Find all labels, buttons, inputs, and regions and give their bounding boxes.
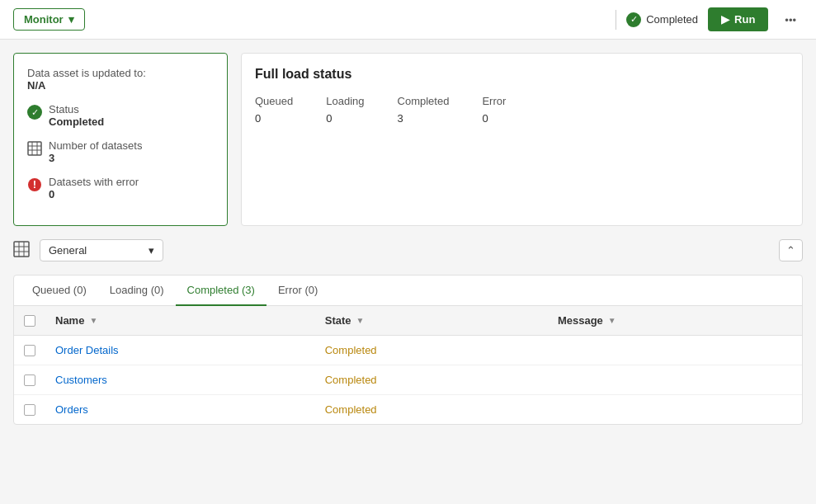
header-checkbox-cell [14, 306, 45, 336]
more-icon: ••• [785, 14, 796, 26]
row-name[interactable]: Order Details [45, 336, 315, 365]
monitor-button[interactable]: Monitor ▾ [13, 8, 85, 31]
table-row: Customers Completed [14, 365, 802, 395]
play-icon: ▶ [721, 13, 729, 26]
data-asset-value: N/A [27, 79, 214, 92]
general-select-label: General [49, 244, 87, 257]
tab-error[interactable]: Error (0) [266, 276, 329, 306]
datasets-row: Number of datasets 3 [27, 139, 214, 164]
svg-text:!: ! [33, 178, 36, 191]
row-checkbox-cell [14, 395, 45, 425]
monitor-label: Monitor [24, 13, 64, 26]
svg-rect-0 [28, 142, 41, 155]
error-value: 0 [482, 112, 506, 125]
table-section: Queued (0) Loading (0) Completed (3) Err… [13, 275, 803, 425]
row-name[interactable]: Orders [45, 395, 315, 425]
errors-value: 0 [49, 188, 139, 200]
col-message-label: Message [558, 314, 603, 327]
check-circle-icon: ✓ [626, 12, 641, 27]
data-asset-label: Data asset is updated to: [27, 67, 214, 79]
general-select[interactable]: General ▾ [40, 239, 163, 261]
row-checkbox-cell [14, 365, 45, 395]
status-row: ✓ Status Completed [27, 103, 214, 128]
message-filter-icon[interactable]: ▼ [608, 316, 616, 325]
status-check-icon: ✓ [27, 105, 42, 120]
col-header-message: Message ▼ [548, 306, 802, 336]
queued-label: Queued [255, 95, 293, 107]
select-chevron-icon: ▾ [149, 244, 154, 257]
row-state: Completed [315, 365, 548, 395]
row-checkbox[interactable] [24, 404, 35, 416]
main-content: Data asset is updated to: N/A ✓ Status C… [0, 40, 816, 438]
header-checkbox[interactable] [24, 315, 35, 327]
tab-queued[interactable]: Queued (0) [21, 276, 98, 306]
collapse-button[interactable]: ⌃ [779, 239, 803, 261]
col-state-label: State [325, 314, 351, 327]
row-name[interactable]: Customers [45, 365, 315, 395]
more-options-button[interactable]: ••• [778, 7, 803, 31]
chevron-down-icon: ▾ [68, 13, 74, 26]
chevron-up-icon: ⌃ [786, 244, 795, 257]
status-icon: ✓ [27, 105, 42, 120]
row-state: Completed [315, 395, 548, 425]
header: Monitor ▾ ✓ Completed ▶ Run ••• [0, 0, 816, 40]
tab-bar: Queued (0) Loading (0) Completed (3) Err… [14, 276, 802, 306]
errors-label: Datasets with error [49, 176, 139, 188]
completed-label: Completed [398, 95, 450, 107]
tab-loading[interactable]: Loading (0) [98, 276, 176, 306]
data-table: Name ▼ State ▼ Message ▼ [14, 306, 802, 424]
state-filter-icon[interactable]: ▼ [356, 316, 365, 325]
status-value: Completed [49, 115, 104, 128]
datasets-value: 3 [49, 152, 142, 164]
error-label: Error [482, 95, 506, 107]
svg-rect-7 [14, 242, 29, 257]
table-grid-icon [27, 141, 42, 158]
row-message [548, 365, 802, 395]
info-card: Data asset is updated to: N/A ✓ Status C… [13, 53, 228, 226]
row-checkbox-cell [14, 336, 45, 365]
completed-value: 3 [398, 112, 450, 125]
col-name-label: Name [55, 314, 84, 327]
loading-col: Loading 0 [326, 95, 364, 125]
queued-col: Queued 0 [255, 95, 293, 125]
row-checkbox[interactable] [24, 374, 35, 386]
error-icon: ! [27, 177, 42, 195]
col-header-state: State ▼ [315, 306, 548, 336]
table-header-row: Name ▼ State ▼ Message ▼ [14, 306, 802, 336]
full-load-title: Full load status [255, 67, 789, 82]
run-label: Run [734, 13, 755, 26]
tab-completed[interactable]: Completed (3) [176, 276, 266, 306]
completed-col: Completed 3 [398, 95, 450, 125]
row-state: Completed [315, 336, 548, 365]
status-grid: Queued 0 Loading 0 Completed 3 Error 0 [255, 95, 789, 125]
errors-row: ! Datasets with error 0 [27, 176, 214, 200]
header-divider [616, 10, 616, 30]
row-message [548, 336, 802, 365]
filter-row: General ▾ ⌃ [13, 239, 803, 261]
datasets-label: Number of datasets [49, 139, 142, 152]
loading-value: 0 [326, 112, 364, 125]
loading-label: Loading [326, 95, 364, 107]
top-row: Data asset is updated to: N/A ✓ Status C… [13, 53, 803, 226]
row-checkbox[interactable] [24, 345, 35, 356]
error-col: Error 0 [482, 95, 506, 125]
status-label: Status [49, 103, 104, 115]
row-message [548, 395, 802, 425]
table-row: Order Details Completed [14, 336, 802, 365]
header-status-label: Completed [646, 13, 698, 26]
header-status: ✓ Completed [626, 12, 698, 27]
table-row: Orders Completed [14, 395, 802, 425]
full-load-card: Full load status Queued 0 Loading 0 Comp… [241, 53, 803, 226]
col-header-name: Name ▼ [45, 306, 315, 336]
run-button[interactable]: ▶ Run [708, 7, 768, 31]
table-view-icon [13, 241, 30, 260]
queued-value: 0 [255, 112, 293, 125]
name-filter-icon[interactable]: ▼ [89, 316, 97, 325]
